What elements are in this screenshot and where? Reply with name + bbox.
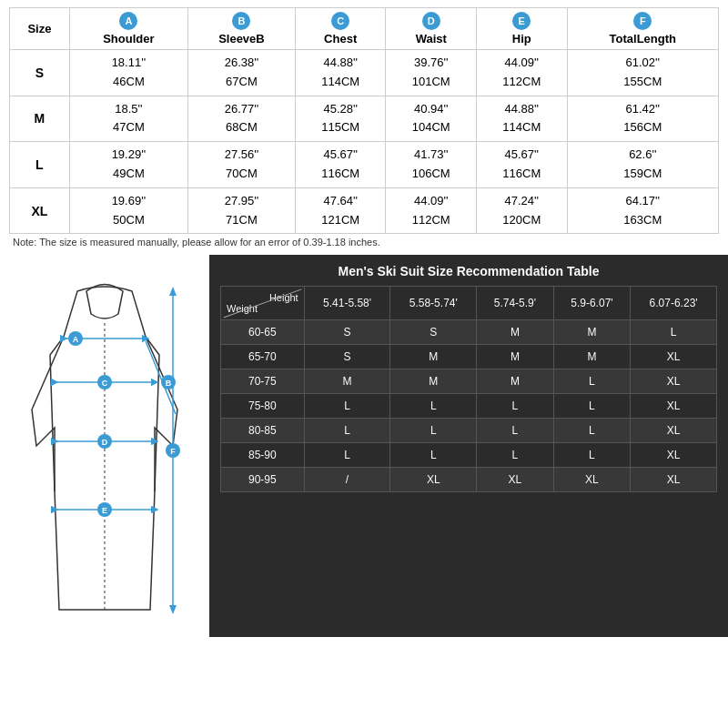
size-cell-L: L: [10, 142, 70, 188]
svg-text:A: A: [73, 335, 79, 344]
bottom-section: A B C D E F: [0, 255, 728, 637]
value-cell-3-1: 27.95''71CM: [187, 187, 295, 234]
rec-cell-5-2: L: [477, 443, 554, 468]
circle-c: C: [331, 12, 349, 30]
rec-cell-4-1: L: [390, 419, 477, 443]
corner-header: Height Weight: [221, 287, 305, 320]
rec-cell-0-0: S: [304, 320, 390, 345]
value-cell-0-4: 44.09''112CM: [477, 50, 568, 96]
value-cell-1-1: 26.77''68CM: [187, 96, 295, 142]
size-cell-XL: XL: [10, 187, 70, 234]
weight-cell-2: 70-75: [221, 369, 305, 394]
circle-b: B: [232, 12, 250, 30]
svg-text:C: C: [102, 379, 108, 388]
rec-cell-4-2: L: [477, 419, 554, 443]
rec-cell-0-4: L: [631, 320, 717, 345]
rec-cell-2-4: XL: [631, 369, 717, 394]
rec-cell-0-2: M: [477, 320, 554, 345]
value-cell-2-5: 62.6''159CM: [567, 142, 718, 188]
svg-text:E: E: [102, 506, 107, 515]
rec-cell-5-3: L: [553, 443, 631, 468]
rec-cell-4-3: L: [553, 419, 631, 443]
weight-cell-3: 75-80: [221, 394, 305, 419]
value-cell-1-4: 44.88''114CM: [477, 96, 568, 142]
rec-cell-6-1: XL: [390, 468, 477, 492]
value-cell-3-0: 19.69''50CM: [69, 187, 187, 234]
value-cell-3-3: 44.09''112CM: [386, 187, 477, 234]
circle-a: A: [119, 12, 137, 30]
value-cell-2-3: 41.73''106CM: [386, 142, 477, 188]
svg-text:D: D: [102, 438, 108, 447]
header-size: Size: [10, 8, 70, 50]
rec-cell-2-3: L: [553, 369, 631, 394]
value-cell-2-0: 19.29''49CM: [69, 142, 187, 188]
rec-cell-4-4: XL: [631, 419, 717, 443]
value-cell-0-1: 26.38''67CM: [187, 50, 295, 96]
rec-cell-3-1: L: [390, 394, 477, 419]
header-hip: E Hip: [477, 8, 568, 50]
value-cell-0-2: 44.88''114CM: [295, 50, 386, 96]
value-cell-3-2: 47.64''121CM: [295, 187, 386, 234]
svg-marker-18: [169, 605, 177, 614]
rec-cell-3-2: L: [477, 394, 554, 419]
rec-table-area: Men's Ski Suit Size Recommendation Table…: [209, 255, 728, 637]
circle-e: E: [512, 12, 531, 30]
header-sleeveb: B SleeveB: [187, 8, 295, 50]
rec-cell-5-1: L: [390, 443, 477, 468]
rec-table-title: Men's Ski Suit Size Recommendation Table: [220, 264, 717, 278]
size-cell-S: S: [10, 50, 70, 96]
rec-cell-5-0: L: [304, 443, 390, 468]
size-table: Size A Shoulder B SleeveB C: [9, 7, 719, 234]
weight-cell-6: 90-95: [221, 468, 305, 492]
value-cell-2-4: 45.67''116CM: [477, 142, 568, 188]
value-cell-1-5: 61.42''156CM: [567, 96, 718, 142]
circle-d: D: [422, 12, 440, 30]
size-note: Note: The size is measured manually, ple…: [9, 234, 719, 251]
weight-cell-4: 80-85: [221, 419, 305, 443]
header-totallength: F TotalLength: [567, 8, 718, 50]
value-cell-2-1: 27.56''70CM: [187, 142, 295, 188]
rec-cell-2-1: M: [390, 369, 477, 394]
weight-cell-1: 65-70: [221, 345, 305, 369]
header-shoulder: A Shoulder: [69, 8, 187, 50]
svg-text:B: B: [166, 379, 172, 388]
rec-cell-5-4: XL: [631, 443, 717, 468]
rec-cell-4-0: L: [304, 419, 390, 443]
value-cell-1-0: 18.5''47CM: [69, 96, 187, 142]
rec-cell-1-3: M: [553, 345, 631, 369]
garment-diagram: A B C D E F: [14, 264, 196, 628]
rec-cell-6-4: XL: [631, 468, 717, 492]
value-cell-2-2: 45.67''116CM: [295, 142, 386, 188]
rec-cell-2-0: M: [304, 369, 390, 394]
weight-cell-0: 60-65: [221, 320, 305, 345]
rec-cell-1-0: S: [304, 345, 390, 369]
circle-f: F: [633, 12, 652, 30]
value-cell-1-3: 40.94''104CM: [386, 96, 477, 142]
height-col-2: 5.58-5.74': [390, 287, 477, 320]
svg-text:F: F: [170, 447, 176, 456]
rec-cell-3-4: XL: [631, 394, 717, 419]
svg-marker-17: [169, 287, 177, 296]
height-col-4: 5.9-6.07': [553, 287, 631, 320]
height-col-1: 5.41-5.58': [304, 287, 390, 320]
rec-cell-6-2: XL: [477, 468, 554, 492]
header-waist: D Waist: [386, 8, 477, 50]
value-cell-0-0: 18.11''46CM: [69, 50, 187, 96]
size-cell-M: M: [10, 96, 70, 142]
rec-cell-0-1: S: [390, 320, 477, 345]
height-col-3: 5.74-5.9': [477, 287, 554, 320]
rec-cell-1-1: M: [390, 345, 477, 369]
rec-cell-3-0: L: [304, 394, 390, 419]
rec-cell-0-3: M: [553, 320, 631, 345]
diagram-area: A B C D E F: [0, 255, 209, 637]
rec-cell-2-2: M: [477, 369, 554, 394]
rec-table: Height Weight 5.41-5.58' 5.58-5.74' 5.74…: [220, 286, 717, 492]
value-cell-3-4: 47.24''120CM: [477, 187, 568, 234]
value-cell-3-5: 64.17''163CM: [567, 187, 718, 234]
rec-cell-6-0: /: [304, 468, 390, 492]
height-col-5: 6.07-6.23': [631, 287, 717, 320]
rec-cell-6-3: XL: [553, 468, 631, 492]
value-cell-0-5: 61.02''155CM: [567, 50, 718, 96]
header-chest: C Chest: [295, 8, 386, 50]
rec-cell-3-3: L: [553, 394, 631, 419]
